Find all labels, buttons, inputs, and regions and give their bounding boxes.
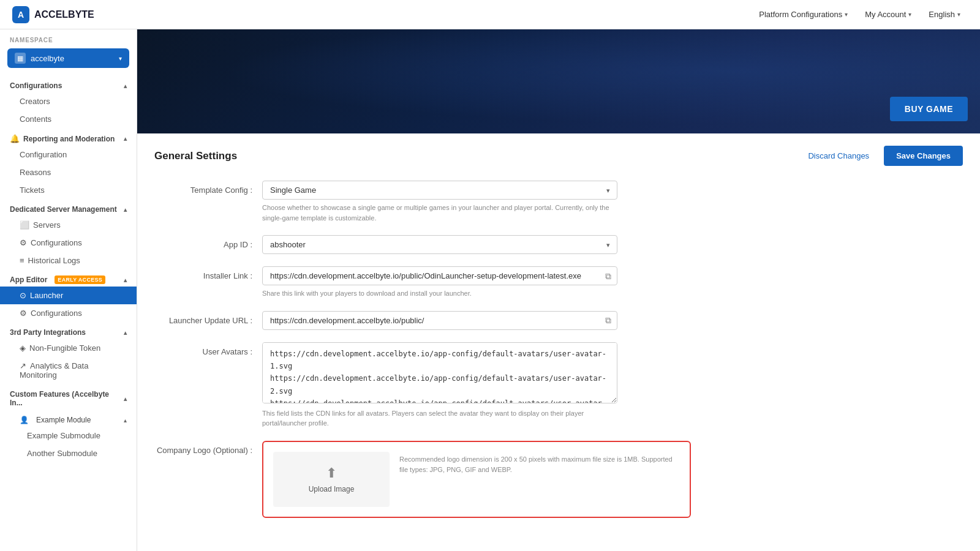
user-avatars-label: User Avatars :: [154, 342, 252, 356]
topnav-right: Platform Configurations ▾ My Account ▾ E…: [752, 6, 968, 23]
sidebar-item-contents[interactable]: Contents: [0, 110, 137, 128]
installer-link-hint: Share this link with your players to dow…: [262, 288, 617, 299]
upload-image-button[interactable]: ⬆ Upload Image: [273, 452, 390, 507]
settings-header: General Settings Discard Changes Save Ch…: [154, 146, 963, 166]
save-changes-button[interactable]: Save Changes: [884, 146, 963, 166]
sidebar-item-launcher[interactable]: ⊙Launcher: [0, 287, 137, 304]
chevron-up-icon: ▴: [124, 277, 127, 283]
installer-link-input[interactable]: [262, 266, 617, 285]
language-menu[interactable]: English ▾: [921, 6, 968, 23]
company-logo-row: Company Logo (Optional) : ⬆ Upload Image…: [154, 441, 963, 518]
upload-hint: Recommended logo dimension is 200 x 50 p…: [399, 452, 680, 476]
sidebar-section-reporting[interactable]: 🔔 Reporting and Moderation ▴: [0, 128, 137, 146]
sidebar: NAMESPACE ▦ accelbyte ▾ Configurations ▴…: [0, 29, 137, 551]
sidebar-section-app-editor[interactable]: App Editor EARLY ACCESS ▴: [0, 269, 137, 287]
launcher-icon: ⊙: [20, 291, 26, 300]
logo-icon: A: [12, 6, 29, 23]
chevron-up-icon: ▴: [124, 135, 127, 142]
discard-changes-button[interactable]: Discard Changes: [798, 146, 879, 165]
settings-panel: General Settings Discard Changes Save Ch…: [137, 133, 980, 551]
namespace-selector[interactable]: ▦ accelbyte ▾: [7, 48, 129, 68]
sidebar-item-another-submodule[interactable]: Another Submodule: [0, 444, 137, 462]
servers-icon: ⬜: [20, 220, 29, 230]
user-avatars-hint: This field lists the CDN links for all a…: [262, 408, 617, 429]
copy-icon[interactable]: ⧉: [605, 315, 611, 326]
buy-game-button[interactable]: BUY GAME: [890, 97, 968, 121]
namespace-label: NAMESPACE: [0, 29, 137, 48]
list-icon: ≡: [20, 256, 24, 265]
sidebar-section-dedicated-server[interactable]: Dedicated Server Management ▴: [0, 199, 137, 216]
top-navigation: A ACCELBYTE Platform Configurations ▾ My…: [0, 0, 980, 29]
section-label: Dedicated Server Management: [10, 205, 117, 214]
namespace-value: accelbyte: [31, 54, 64, 63]
app-id-select[interactable]: abshooter: [262, 235, 617, 254]
platform-config-label: Platform Configurations: [759, 10, 842, 19]
chevron-up-icon: ▴: [124, 83, 127, 89]
label: Example Module: [36, 416, 91, 424]
sidebar-item-app-configurations[interactable]: ⚙Configurations: [0, 304, 137, 322]
sidebar-section-configurations[interactable]: Configurations ▴: [0, 75, 137, 92]
company-logo-label: Company Logo (Optional) :: [154, 441, 252, 455]
nft-icon: ◈: [20, 343, 26, 353]
early-access-badge: EARLY ACCESS: [55, 276, 105, 284]
sidebar-item-example-module[interactable]: 👤 Example Module ▴: [0, 410, 137, 427]
sidebar-item-historical-logs[interactable]: ≡Historical Logs: [0, 252, 137, 269]
sidebar-item-servers[interactable]: ⬜Servers: [0, 216, 137, 234]
gear-icon: ⚙: [20, 238, 27, 247]
copy-icon[interactable]: ⧉: [605, 271, 611, 281]
app-id-field: abshooter: [262, 235, 617, 254]
installer-link-field: ⧉ Share this link with your players to d…: [262, 266, 617, 299]
content-area: BUY GAME General Settings Discard Change…: [137, 29, 980, 551]
settings-title: General Settings: [154, 150, 798, 162]
chevron-up-icon: ▴: [124, 206, 127, 213]
sidebar-item-creators[interactable]: Creators: [0, 92, 137, 110]
chevron-down-icon: ▾: [119, 55, 122, 62]
language-label: English: [929, 10, 955, 19]
template-config-row: Template Config : Single Game Multiple G…: [154, 181, 963, 223]
platform-config-menu[interactable]: Platform Configurations ▾: [752, 6, 855, 23]
sidebar-section-custom-features[interactable]: Custom Features (Accelbyte In... ▴: [0, 384, 137, 410]
upload-label: Upload Image: [309, 485, 355, 493]
sidebar-item-ds-configurations[interactable]: ⚙Configurations: [0, 234, 137, 252]
namespace-icon: ▦: [15, 53, 26, 64]
logo-text: ACCELBYTE: [34, 9, 94, 20]
chevron-up-icon: ▴: [124, 395, 127, 402]
installer-link-row: Installer Link : ⧉ Share this link with …: [154, 266, 963, 299]
sidebar-item-tickets[interactable]: Tickets: [0, 181, 137, 199]
account-label: My Account: [865, 10, 906, 19]
template-config-label: Template Config :: [154, 181, 252, 195]
logo: A ACCELBYTE: [12, 6, 94, 23]
chevron-down-icon: ▾: [908, 11, 911, 18]
section-label: 3rd Party Integrations: [10, 328, 86, 337]
gear-icon: ⚙: [20, 309, 27, 318]
chevron-down-icon: ▾: [957, 11, 960, 18]
sidebar-item-reasons[interactable]: Reasons: [0, 163, 137, 181]
sidebar-item-nft[interactable]: ◈Non-Fungible Token: [0, 339, 137, 357]
section-label: Configurations: [10, 81, 62, 90]
sidebar-section-third-party[interactable]: 3rd Party Integrations ▴: [0, 322, 137, 339]
launcher-update-url-input[interactable]: [262, 311, 617, 330]
main-layout: NAMESPACE ▦ accelbyte ▾ Configurations ▴…: [0, 29, 980, 551]
user-avatars-textarea[interactable]: [262, 342, 617, 403]
template-config-field: Single Game Multiple Games Choose whethe…: [262, 181, 617, 223]
section-label: Reporting and Moderation: [23, 135, 115, 143]
bell-icon: 🔔: [10, 134, 20, 143]
company-logo-field: ⬆ Upload Image Recommended logo dimensio…: [262, 441, 691, 518]
user-avatars-row: User Avatars : This field lists the CDN …: [154, 342, 963, 429]
chevron-up-icon: ▴: [124, 329, 127, 336]
user-icon: 👤: [20, 416, 29, 424]
account-menu[interactable]: My Account ▾: [858, 6, 919, 23]
app-id-label: App ID :: [154, 235, 252, 249]
user-avatars-field: This field lists the CDN links for all a…: [262, 342, 617, 429]
sidebar-item-configuration[interactable]: Configuration: [0, 146, 137, 163]
sidebar-item-example-submodule[interactable]: Example Submodule: [0, 427, 137, 444]
launcher-update-url-row: Launcher Update URL : ⧉: [154, 311, 963, 330]
template-config-hint: Choose whether to showcase a single game…: [262, 203, 617, 223]
launcher-update-url-field: ⧉: [262, 311, 617, 330]
sidebar-item-analytics[interactable]: ↗Analytics & Data Monitoring: [0, 357, 137, 384]
analytics-icon: ↗: [20, 361, 26, 370]
chevron-up-icon: ▴: [124, 417, 127, 424]
template-config-select[interactable]: Single Game Multiple Games: [262, 181, 617, 200]
app-id-row: App ID : abshooter: [154, 235, 963, 254]
section-label: App Editor: [10, 276, 47, 284]
